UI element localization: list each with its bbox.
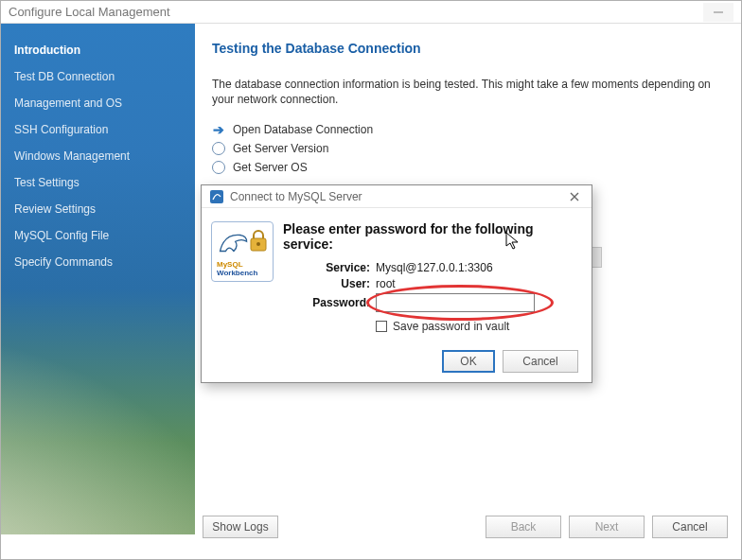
row-save-password: Save password in vault: [376, 320, 576, 333]
value-user: root: [376, 277, 396, 290]
show-logs-button[interactable]: Show Logs: [203, 516, 278, 538]
dialog-titlebar: Connect to MySQL Server: [202, 185, 592, 208]
next-button[interactable]: Next: [569, 516, 645, 538]
password-wrapper: [376, 293, 535, 312]
sidebar-item-specify-commands[interactable]: Specify Commands: [12, 249, 184, 275]
step-label: Get Server Version: [233, 142, 328, 155]
back-button[interactable]: Back: [486, 516, 561, 538]
app-icon: [209, 189, 224, 204]
password-input[interactable]: [376, 293, 535, 312]
svg-rect-0: [714, 11, 723, 13]
radio-icon: [212, 161, 225, 174]
arrow-icon: ➔: [212, 123, 225, 136]
dialog-body: MySQLWorkbench Please enter password for…: [202, 208, 592, 342]
row-service: Service: Mysql@127.0.0.1:3306: [283, 261, 576, 274]
dolphin-icon: [218, 227, 250, 259]
lock-icon: [248, 228, 269, 253]
sidebar-item-introduction[interactable]: Introduction: [12, 37, 184, 63]
titlebar: Configure Local Management: [1, 1, 741, 24]
cancel-button[interactable]: Cancel: [652, 516, 728, 538]
label-password: Password:: [283, 296, 376, 309]
sidebar-item-management-and-os[interactable]: Management and OS: [12, 90, 184, 116]
step-list: ➔Open Database ConnectionGet Server Vers…: [212, 120, 724, 177]
close-icon: [712, 6, 725, 19]
page-description: The database connection information is b…: [212, 77, 724, 107]
window-title: Configure Local Management: [9, 1, 170, 24]
sidebar-item-test-db-connection[interactable]: Test DB Connection: [12, 63, 184, 90]
svg-point-3: [256, 242, 260, 246]
radio-icon: [212, 142, 225, 155]
window-close-button[interactable]: [703, 3, 733, 22]
close-icon: [569, 191, 580, 202]
sidebar-item-test-settings[interactable]: Test Settings: [12, 169, 184, 196]
ok-button[interactable]: OK: [442, 350, 495, 373]
step-label: Open Database Connection: [233, 123, 373, 136]
workbench-icon: MySQLWorkbench: [211, 221, 274, 282]
row-password: Password:: [283, 293, 576, 312]
dialog-form: Please enter password for the following …: [283, 221, 576, 333]
save-password-checkbox[interactable]: [376, 321, 387, 332]
wizard-buttons: Back Next Cancel: [486, 516, 728, 538]
sidebar-item-windows-management[interactable]: Windows Management: [12, 143, 184, 169]
label-user: User:: [283, 277, 376, 290]
step-1: Get Server Version: [212, 139, 724, 158]
sidebar: IntroductionTest DB ConnectionManagement…: [1, 24, 195, 534]
page-heading: Testing the Database Connection: [212, 41, 724, 56]
workbench-brand: MySQLWorkbench: [217, 260, 257, 277]
sidebar-item-review-settings[interactable]: Review Settings: [12, 196, 184, 222]
sidebar-item-ssh-configuration[interactable]: SSH Configuration: [12, 116, 184, 143]
save-password-label: Save password in vault: [393, 320, 509, 333]
step-0: ➔Open Database Connection: [212, 120, 724, 139]
row-user: User: root: [283, 277, 576, 290]
dialog-heading: Please enter password for the following …: [283, 221, 576, 252]
value-service: Mysql@127.0.0.1:3306: [376, 261, 493, 274]
dialog-cancel-button[interactable]: Cancel: [503, 350, 578, 373]
step-label: Get Server OS: [233, 161, 308, 174]
label-service: Service:: [283, 261, 376, 274]
dialog-title: Connect to MySQL Server: [209, 189, 362, 204]
dialog-title-text: Connect to MySQL Server: [230, 190, 362, 203]
sidebar-item-mysql-config-file[interactable]: MySQL Config File: [12, 222, 184, 249]
wizard-window: Configure Local Management IntroductionT…: [0, 0, 742, 560]
svg-rect-1: [210, 190, 223, 203]
dialog-buttons: OK Cancel: [442, 350, 578, 373]
dialog-close-button[interactable]: [565, 188, 584, 205]
password-dialog: Connect to MySQL Server MySQLWork: [201, 184, 592, 383]
step-2: Get Server OS: [212, 158, 724, 177]
